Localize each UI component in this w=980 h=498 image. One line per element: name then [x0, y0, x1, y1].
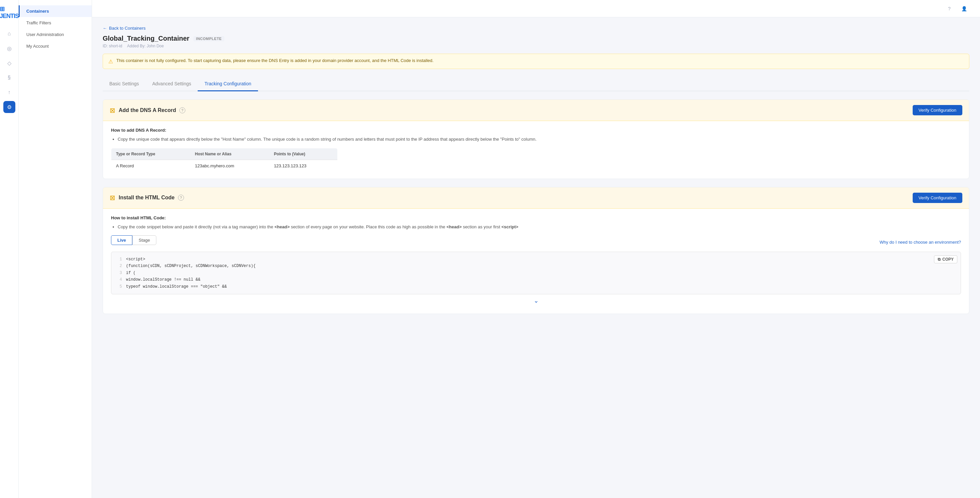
code-line-1: 1 <script>: [116, 256, 956, 263]
dns-section-title: Add the DNS A Record: [119, 107, 176, 113]
env-live-btn[interactable]: Live: [111, 235, 132, 245]
dns-table: Type or Record Type Host Name or Alias P…: [111, 148, 338, 172]
text-sidebar: Containers Traffic Filters User Administ…: [19, 0, 92, 498]
sidebar-item-traffic-filters[interactable]: Traffic Filters: [19, 17, 92, 29]
tabs: Basic Settings Advanced Settings Trackin…: [103, 77, 969, 91]
html-instr-end: section as your first: [463, 224, 500, 229]
dns-section-header: ⊠ Add the DNS A Record ? Verify Configur…: [103, 100, 969, 121]
help-icon[interactable]: ?: [944, 3, 955, 14]
line-num-5: 5: [116, 283, 122, 290]
env-toggle: Live Stage: [111, 235, 156, 245]
back-to-containers-link[interactable]: ← Back to Containers: [103, 25, 146, 31]
html-instructions-list: Copy the code snippet below and paste it…: [111, 224, 961, 230]
html-section-card: ⊠ Install the HTML Code ? Verify Configu…: [103, 187, 969, 314]
copy-button[interactable]: ⧉ COPY: [934, 255, 957, 263]
code-line-5: 5 typeof window.localStorage === "object…: [116, 283, 956, 290]
code-line-3: 3 if (: [116, 270, 956, 276]
dns-record-type: A Record: [111, 160, 190, 172]
html-head1: <head>: [274, 224, 290, 229]
chevron-down-icon: ⌄: [534, 297, 539, 304]
line-code-5: typeof window.localStorage === "object" …: [126, 283, 956, 290]
nav-icon-tracking[interactable]: ◎: [3, 42, 15, 54]
app-shell: ⊞ JENTIS ⌂ ◎ ◇ § ↑ ⚙ Containers Traffic …: [0, 0, 980, 498]
dns-instruction-item: Copy the unique code that appears direct…: [118, 136, 961, 143]
nav-icon-upload[interactable]: ↑: [3, 86, 15, 98]
code-block: 1 <script> 2 (function(sCDN, sCDNProject…: [111, 252, 961, 294]
dns-section-body: How to add DNS A Record: Copy the unique…: [103, 121, 969, 179]
status-badge: INCOMPLETE: [193, 36, 224, 41]
nav-icon-tag[interactable]: ◇: [3, 57, 15, 69]
html-section-body: How to install HTML Code: Copy the code …: [103, 208, 969, 313]
dns-section-header-left: ⊠ Add the DNS A Record ?: [110, 106, 185, 115]
sidebar-item-containers[interactable]: Containers: [19, 5, 92, 17]
warning-banner: ⚠ This container is not fully configured…: [103, 54, 969, 69]
line-code-3: if (: [126, 270, 956, 276]
env-row: Live Stage Why do I need to choose an en…: [111, 235, 961, 249]
dns-points-to: 123.123.123.123: [269, 160, 338, 172]
html-section-icon: ⊠: [110, 194, 115, 202]
line-code-1: <script>: [126, 256, 956, 263]
container-id: ID: short-id: [103, 44, 123, 48]
back-arrow-icon: ←: [103, 25, 107, 31]
sidebar-item-user-admin[interactable]: User Administration: [19, 29, 92, 40]
nav-icon-home[interactable]: ⌂: [3, 28, 15, 40]
dns-how-to-title: How to add DNS A Record:: [111, 128, 961, 133]
copy-label: COPY: [942, 257, 954, 262]
tab-tracking-configuration[interactable]: Tracking Configuration: [198, 77, 258, 91]
html-head2: <head>: [446, 224, 462, 229]
container-added-by: Added By: John Doe: [127, 44, 164, 48]
nav-icon-data[interactable]: §: [3, 72, 15, 84]
line-num-3: 3: [116, 270, 122, 276]
line-num-2: 2: [116, 263, 122, 269]
header-icons: ? 👤: [944, 3, 969, 14]
why-environment-link[interactable]: Why do I need to choose an environment?: [880, 240, 961, 245]
dns-section-icon: ⊠: [110, 106, 115, 115]
page-inner: ← Back to Containers Global_Tracking_Con…: [92, 18, 980, 330]
code-line-2: 2 (function(sCDN, sCDNProject, sCDNWorks…: [116, 263, 956, 269]
user-icon[interactable]: 👤: [959, 3, 969, 14]
line-code-4: window.localStorage !== null &&: [126, 276, 956, 283]
page-title-row: Global_Tracking_Container INCOMPLETE: [103, 35, 969, 42]
line-code-2: (function(sCDN, sCDNProject, sCDNWorkspa…: [126, 263, 956, 269]
html-section-header: ⊠ Install the HTML Code ? Verify Configu…: [103, 187, 969, 208]
html-instruction-item: Copy the code snippet below and paste it…: [118, 224, 961, 230]
dns-help-icon[interactable]: ?: [179, 107, 185, 113]
tab-advanced-settings[interactable]: Advanced Settings: [146, 77, 198, 91]
main-content: ? 👤 ← Back to Containers Global_Tracking…: [92, 0, 980, 498]
html-instr-text1: Copy the code snippet below and paste it…: [118, 224, 273, 229]
brand-logo: ⊞ JENTIS: [0, 5, 19, 20]
page-subtitle: ID: short-id Added By: John Doe: [103, 44, 969, 48]
dns-table-header-hostname: Host Name or Alias: [190, 148, 269, 160]
icon-sidebar: ⊞ JENTIS ⌂ ◎ ◇ § ↑ ⚙: [0, 0, 19, 498]
warning-icon: ⚠: [108, 58, 113, 65]
copy-icon: ⧉: [938, 257, 941, 262]
line-num-4: 4: [116, 276, 122, 283]
warning-text: This container is not fully configured. …: [116, 58, 434, 63]
dns-hostname: 123abc.myhero.com: [190, 160, 269, 172]
code-line-4: 4 window.localStorage !== null &&: [116, 276, 956, 283]
env-stage-btn[interactable]: Stage: [132, 235, 156, 245]
html-section-header-left: ⊠ Install the HTML Code ?: [110, 194, 184, 202]
dns-verify-btn[interactable]: Verify Configuration: [913, 105, 963, 115]
dns-instructions-list: Copy the unique code that appears direct…: [111, 136, 961, 143]
html-section-title: Install the HTML Code: [119, 195, 175, 200]
dns-table-header-type: Type or Record Type: [111, 148, 190, 160]
dns-table-header-points: Points to (Value): [269, 148, 338, 160]
top-header: ? 👤: [92, 0, 980, 18]
line-num-1: 1: [116, 256, 122, 263]
dns-table-row: A Record 123abc.myhero.com 123.123.123.1…: [111, 160, 338, 172]
html-help-icon[interactable]: ?: [178, 195, 184, 200]
html-script-tag: <script>: [501, 224, 518, 229]
page-title: Global_Tracking_Container: [103, 35, 189, 42]
html-how-to-title: How to install HTML Code:: [111, 215, 961, 220]
html-instr-mid: section of every page on your website. P…: [291, 224, 445, 229]
tab-basic-settings[interactable]: Basic Settings: [103, 77, 146, 91]
dns-section-card: ⊠ Add the DNS A Record ? Verify Configur…: [103, 99, 969, 179]
scroll-indicator[interactable]: ⌄: [111, 294, 961, 307]
nav-icon-settings[interactable]: ⚙: [3, 101, 15, 113]
sidebar-item-my-account[interactable]: My Account: [19, 40, 92, 52]
back-link-label: Back to Containers: [109, 25, 146, 31]
html-verify-btn[interactable]: Verify Configuration: [913, 193, 963, 203]
